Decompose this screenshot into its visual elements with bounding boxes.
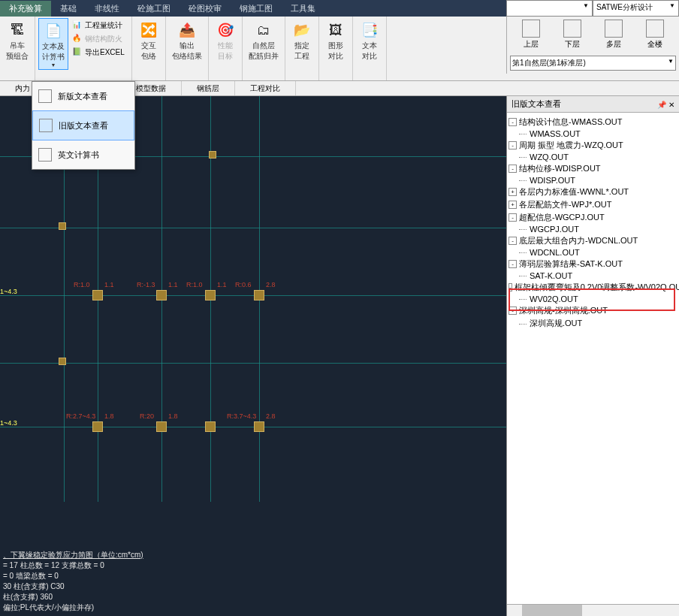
structural-node[interactable]: [205, 290, 216, 300]
tree-item[interactable]: +各层配筋文件-WPJ*.OUT: [508, 198, 677, 211]
tree-item[interactable]: +各层内力标准值-WWNL*.OUT: [508, 186, 677, 198]
combo-1[interactable]: ▼: [506, 0, 593, 17]
structural-node[interactable]: [209, 151, 216, 159]
node-label: 1.1: [217, 281, 227, 288]
floor-selector-combo[interactable]: 第1自然层(第1标准层)▼: [510, 56, 676, 71]
tree-child-item[interactable]: WMASS.OUT: [508, 128, 677, 139]
tree-item[interactable]: -超配信息-WGCPJ.OUT: [508, 211, 677, 224]
text-calc-button[interactable]: 📄文本及 计算书▼: [38, 18, 68, 70]
output-icon: 📤: [177, 20, 198, 41]
menu-new-text-view[interactable]: 新版文本查看: [32, 82, 134, 110]
xingneng-button[interactable]: 🎯性能 目标: [212, 18, 239, 63]
structural-node[interactable]: [156, 290, 167, 300]
subtab-compare[interactable]: 工程对比: [235, 81, 296, 95]
chevron-down-icon: ▼: [583, 2, 589, 14]
tree-item[interactable]: -底层最大组合内力-WDCNL.OUT: [508, 234, 677, 247]
tree-item[interactable]: -周期 振型 地震力-WZQ.OUT: [508, 139, 677, 152]
tab-steel-draw[interactable]: 钢施工图: [231, 1, 282, 17]
structural-node[interactable]: [156, 421, 167, 432]
wenben-button[interactable]: 📑文本 对比: [356, 18, 383, 63]
tree-child-item[interactable]: WDCNL.OUT: [508, 247, 677, 258]
horizontal-scrollbar[interactable]: [507, 604, 679, 616]
structural-node[interactable]: [254, 290, 264, 300]
combo-analysis[interactable]: SATWE分析设计▼: [593, 0, 679, 17]
compare-img-icon: 🖼: [325, 20, 346, 41]
tree-child-item[interactable]: WV02Q.OUT: [508, 294, 677, 304]
tree-child-item[interactable]: WDISP.OUT: [508, 175, 677, 186]
collapse-icon[interactable]: -: [508, 141, 517, 149]
tree-child-item[interactable]: WGCPJ.OUT: [508, 224, 677, 234]
structural-node[interactable]: [59, 358, 66, 365]
arrow-down-icon: [563, 20, 581, 38]
tab-nonlinear[interactable]: 非线性: [86, 1, 128, 17]
shuchu-button[interactable]: 📤输出 包络结果: [169, 18, 205, 63]
tuxing-button[interactable]: 🖼图形 对比: [322, 18, 349, 63]
node-label: 1.1: [104, 281, 114, 288]
tree-label: 各层内力标准值-WWNL*.OUT: [519, 186, 629, 198]
fire-icon: 🔥: [72, 34, 83, 44]
ziranlayer-button[interactable]: 🗂自然层 配筋归并: [246, 18, 282, 63]
dimension-label: 1~4.3: [0, 288, 17, 295]
subtab-rebar[interactable]: 钢筋层: [182, 81, 235, 95]
output-panel: 旧版文本查看 📌 ✕ -结构设计信息-WMASS.OUTWMASS.OUT-周期…: [506, 96, 679, 616]
structural-node[interactable]: [59, 222, 66, 230]
tab-supplement[interactable]: 补充验算: [0, 1, 51, 17]
collapse-icon[interactable]: -: [508, 306, 517, 315]
tab-concrete-review[interactable]: 砼图校审: [180, 1, 231, 17]
expand-icon[interactable]: +: [508, 201, 517, 209]
collapse-icon[interactable]: -: [508, 283, 512, 291]
tree-item[interactable]: -薄弱层验算结果-SAT-K.OUT: [508, 258, 677, 270]
tree-item[interactable]: -结构设计信息-WMASS.OUT: [508, 116, 677, 128]
text-calc-dropdown: 新版文本查看 旧版文本查看 英文计算书: [32, 81, 135, 170]
floor-down-button[interactable]: 下层: [563, 20, 581, 50]
collapse-icon[interactable]: -: [508, 165, 517, 173]
chevron-down-icon: ▼: [669, 2, 675, 14]
right-toolbar: 上层 下层 多层 全楼 第1自然层(第1标准层)▼: [506, 17, 679, 74]
tab-foundation[interactable]: 基础: [51, 1, 86, 17]
node-label: R:0.6: [235, 281, 252, 288]
scrollbar-thumb[interactable]: [522, 605, 582, 616]
expand-icon[interactable]: +: [508, 188, 517, 196]
tree-label: 结构位移-WDISP.OUT: [519, 163, 601, 174]
export-excel-button[interactable]: 📗导出EXCEL: [70, 47, 127, 59]
structural-node[interactable]: [254, 421, 264, 432]
node-label: R:1.0: [186, 281, 203, 288]
arrow-up-icon: [522, 20, 540, 38]
tree-item[interactable]: -深圳高规-深圳高规.OUT: [508, 304, 677, 317]
menu-english-calc[interactable]: 英文计算书: [32, 140, 134, 169]
collapse-icon[interactable]: -: [508, 213, 517, 222]
collapse-icon[interactable]: -: [508, 260, 517, 268]
tab-concrete-draw[interactable]: 砼施工图: [128, 1, 180, 17]
compare-text-icon: 📑: [359, 20, 380, 41]
tree-item[interactable]: -结构位移-WDISP.OUT: [508, 162, 677, 175]
tree-child-item[interactable]: SAT-K.OUT: [508, 270, 677, 281]
tree-child-item[interactable]: WZQ.OUT: [508, 152, 677, 162]
collapse-icon[interactable]: -: [508, 118, 517, 126]
collapse-icon[interactable]: -: [508, 237, 517, 245]
floor-multi-button[interactable]: 多层: [605, 20, 623, 50]
jiaohu-button[interactable]: 🔀交互 包络: [135, 18, 162, 63]
structural-node[interactable]: [92, 421, 103, 432]
layer-icon: 🗂: [253, 20, 274, 41]
drawing-canvas[interactable]: R:1.0 1.1 R:-1.3 1.1 R:1.0 1.1 R:0.6 2.8…: [0, 96, 506, 616]
node-label: 1.8: [104, 412, 114, 420]
pin-icon[interactable]: 📌: [657, 101, 666, 109]
menu-old-text-view[interactable]: 旧版文本查看: [32, 110, 134, 140]
tree-item[interactable]: -框架柱倾覆弯矩及0.2V0调整系数-WV02Q.OUT: [508, 281, 677, 294]
tab-tools[interactable]: 工具集: [282, 1, 324, 17]
structural-node[interactable]: [205, 421, 216, 432]
crane-button[interactable]: 🏗吊车 预组合: [3, 18, 32, 63]
floor-up-button[interactable]: 上层: [522, 20, 540, 50]
steel-fire-button[interactable]: 🔥钢结构防火: [70, 33, 127, 45]
structural-node[interactable]: [92, 290, 103, 300]
stat-icon: 📊: [72, 20, 83, 31]
eng-stat-button[interactable]: 📊工程量统计: [70, 20, 127, 32]
close-icon[interactable]: ✕: [668, 101, 674, 109]
floor-all-button[interactable]: 全楼: [646, 20, 664, 50]
tree-label: 薄弱层验算结果-SAT-K.OUT: [519, 258, 623, 270]
chevron-down-icon: ▼: [51, 62, 56, 68]
node-label: 2.8: [266, 412, 276, 420]
top-right-combos: ▼ SATWE分析设计▼: [506, 0, 679, 17]
tree-child-item[interactable]: 深圳高规.OUT: [508, 317, 677, 330]
zhiding-button[interactable]: 📂指定 工程: [288, 18, 315, 63]
